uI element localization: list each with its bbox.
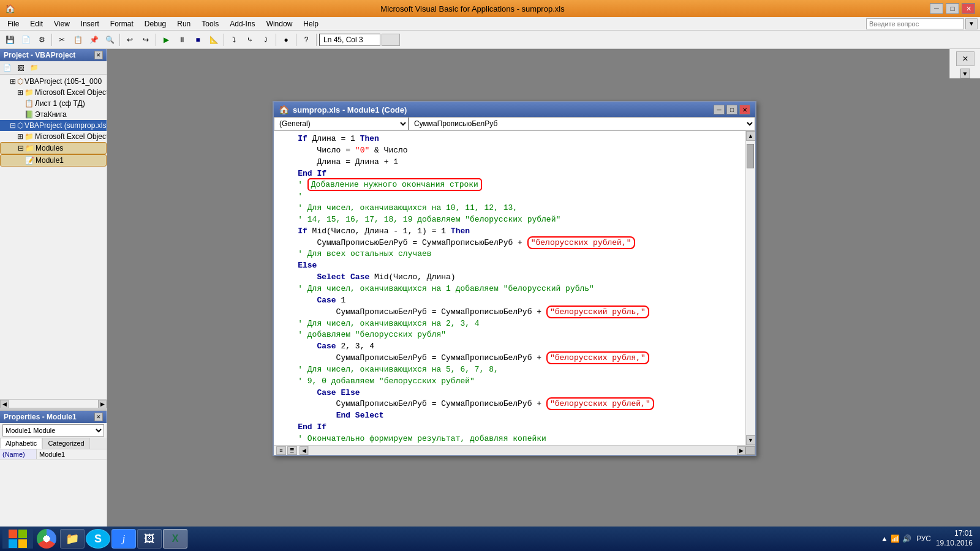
design-button[interactable]: 📐 xyxy=(206,33,221,47)
project-toolbar: 📄 🖼 📁 xyxy=(0,61,107,75)
tree-vbaproject1[interactable]: ⊞ ⬡ VBAProject (105-1_000 xyxy=(0,76,107,87)
img-app-icon: 🖼 xyxy=(144,533,155,545)
properties-panel-title: Properties - Module1 xyxy=(4,413,77,421)
code-hscrollbar[interactable] xyxy=(308,446,737,455)
tab-categorized[interactable]: Categorized xyxy=(42,438,89,449)
redo-button[interactable]: ↪ xyxy=(138,33,153,47)
taskbar-skype[interactable]: S xyxy=(86,529,110,549)
tab-alphabetic[interactable]: Alphabetic xyxy=(0,438,42,449)
code-view-btn2[interactable]: ≣ xyxy=(287,446,297,455)
save-button[interactable]: 💾 xyxy=(2,33,17,47)
main-layout: Project - VBAProject ✕ 📄 🖼 📁 ⊞ ⬡ VBAProj… xyxy=(0,49,980,533)
taskbar-app-j[interactable]: j xyxy=(111,529,136,549)
taskbar-app-img[interactable]: 🖼 xyxy=(137,529,162,549)
help-search-input[interactable] xyxy=(866,18,964,29)
menu-edit[interactable]: Edit xyxy=(25,18,48,29)
menu-run[interactable]: Run xyxy=(172,18,195,29)
help-button[interactable]: ? xyxy=(299,33,314,47)
undo-button[interactable]: ↩ xyxy=(123,33,137,47)
tree-module1[interactable]: 📝 Module1 xyxy=(0,154,107,167)
code-editor[interactable]: If Длина = 1 Then Число = "0" & Число Дл… xyxy=(274,131,745,445)
menu2-button[interactable]: ⚙ xyxy=(34,33,49,47)
scroll-up-btn[interactable]: ▲ xyxy=(746,131,756,141)
explorer-icon: 📁 xyxy=(66,532,79,545)
copy-button[interactable]: 📋 xyxy=(70,33,85,47)
expand-icon: ⊞ xyxy=(10,77,16,86)
code-restore-btn[interactable]: □ xyxy=(726,105,737,114)
cut-button[interactable]: ✂ xyxy=(55,33,69,47)
code-close-btn[interactable]: ✕ xyxy=(739,105,750,114)
step-over-button[interactable]: ⤷ xyxy=(243,33,257,47)
minimize-button[interactable]: ─ xyxy=(930,3,943,14)
pause-button[interactable]: ⏸ xyxy=(175,33,189,47)
right-panel-down-btn[interactable]: ▼ xyxy=(960,69,970,78)
stop-button[interactable]: ■ xyxy=(190,33,205,47)
breakpoint-button[interactable]: ● xyxy=(279,33,293,47)
menu-help[interactable]: Help xyxy=(298,18,323,29)
tree-vbaproject2[interactable]: ⊟ ⬡ VBAProject (sumprop.xls xyxy=(0,120,107,131)
properties-panel-close[interactable]: ✕ xyxy=(94,413,103,421)
volume-icon: 🔊 xyxy=(902,534,911,543)
close-button[interactable]: ✕ xyxy=(962,3,975,14)
code-vscrollbar[interactable]: ▲ ▼ xyxy=(745,131,755,445)
menu-debug[interactable]: Debug xyxy=(140,18,171,29)
tree-excel-objects2[interactable]: ⊞ 📁 Microsoft Excel Objects xyxy=(0,131,107,142)
insert-module-button[interactable]: 📄 xyxy=(18,33,33,47)
view-code-button[interactable]: 📄 xyxy=(1,62,13,73)
code-minimize-btn[interactable]: ─ xyxy=(714,105,725,114)
scroll-right-btn[interactable]: ▶ xyxy=(98,400,107,408)
code-body: If Длина = 1 Then Число = "0" & Число Дл… xyxy=(274,131,755,445)
scroll-down-btn[interactable]: ▼ xyxy=(746,435,756,445)
hscroll-left-btn[interactable]: ◀ xyxy=(300,446,308,455)
maximize-button[interactable]: □ xyxy=(946,3,959,14)
menu-view[interactable]: View xyxy=(49,18,75,29)
hide-tray-icon[interactable]: ▲ xyxy=(881,534,888,543)
start-button[interactable] xyxy=(2,529,33,549)
step-out-button[interactable]: ⤸ xyxy=(258,33,273,47)
view-object-button[interactable]: 🖼 xyxy=(15,62,27,73)
tree-thisworkbook[interactable]: 📗 ЭтаКнига xyxy=(0,109,107,120)
expand-icon3: ⊟ xyxy=(10,121,16,130)
scroll-left-btn[interactable]: ◀ xyxy=(0,400,9,408)
window-title: Microsoft Visual Basic for Applications … xyxy=(15,4,930,13)
code-toolbar: (General) СуммаПрописьюБелРуб xyxy=(274,117,755,131)
scroll-track xyxy=(9,400,98,408)
toggle-folders-button[interactable]: 📁 xyxy=(28,62,40,73)
menu-addins[interactable]: Add-Ins xyxy=(225,18,260,29)
network-icon: 📶 xyxy=(891,534,900,543)
menu-window[interactable]: Window xyxy=(262,18,298,29)
properties-dropdown[interactable]: Module1 Module xyxy=(2,424,104,437)
hscroll-right-btn[interactable]: ▶ xyxy=(737,446,745,455)
paste-button[interactable]: 📌 xyxy=(86,33,101,47)
taskbar: 📁 S j 🖼 X ▲ 📶 🔊 РУС 17:01 19.10.2016 xyxy=(0,527,980,551)
tree-modules-folder[interactable]: ⊟ 📁 Modules xyxy=(0,142,107,154)
help-search-button[interactable]: ▼ xyxy=(965,18,978,29)
taskbar-chrome[interactable] xyxy=(34,529,59,549)
find-button[interactable]: 🔍 xyxy=(102,33,117,47)
system-tray: ▲ 📶 🔊 xyxy=(881,534,911,543)
step-into-button[interactable]: ⤵ xyxy=(227,33,241,47)
menu-insert[interactable]: Insert xyxy=(76,18,104,29)
tree-sheet1[interactable]: 📋 Лист 1 (сф ТД) xyxy=(0,98,107,109)
run-button[interactable]: ▶ xyxy=(159,33,173,47)
project-hscroll[interactable]: ◀ ▶ xyxy=(0,399,107,408)
taskbar-right: ▲ 📶 🔊 РУС 17:01 19.10.2016 xyxy=(876,529,978,548)
menu-format[interactable]: Format xyxy=(105,18,138,29)
code-context-dropdown[interactable]: (General) xyxy=(274,117,409,130)
code-procedure-dropdown[interactable]: СуммаПрописьюБелРуб xyxy=(409,117,755,130)
tree-excel-objects1[interactable]: ⊞ 📁 Microsoft Excel Objects xyxy=(0,87,107,98)
project-panel-close[interactable]: ✕ xyxy=(94,51,103,59)
col-slider[interactable] xyxy=(382,34,400,46)
right-panel-close-btn[interactable]: ✕ xyxy=(956,51,974,66)
taskbar-explorer[interactable]: 📁 xyxy=(60,529,85,549)
code-view-btn1[interactable]: ≡ xyxy=(276,446,286,455)
menu-file[interactable]: File xyxy=(2,18,24,29)
properties-tabs: Alphabetic Categorized xyxy=(0,438,107,449)
scroll-thumb-v[interactable] xyxy=(747,144,754,168)
scroll-track-v[interactable] xyxy=(746,141,756,435)
right-side-panel: ✕ ▼ xyxy=(949,49,980,78)
menu-tools[interactable]: Tools xyxy=(197,18,224,29)
taskbar-excel[interactable]: X xyxy=(163,529,187,549)
code-editor-window: 🏠 sumprop.xls - Module1 (Code) ─ □ ✕ (Ge… xyxy=(273,101,756,456)
resize-grip[interactable] xyxy=(745,446,755,455)
